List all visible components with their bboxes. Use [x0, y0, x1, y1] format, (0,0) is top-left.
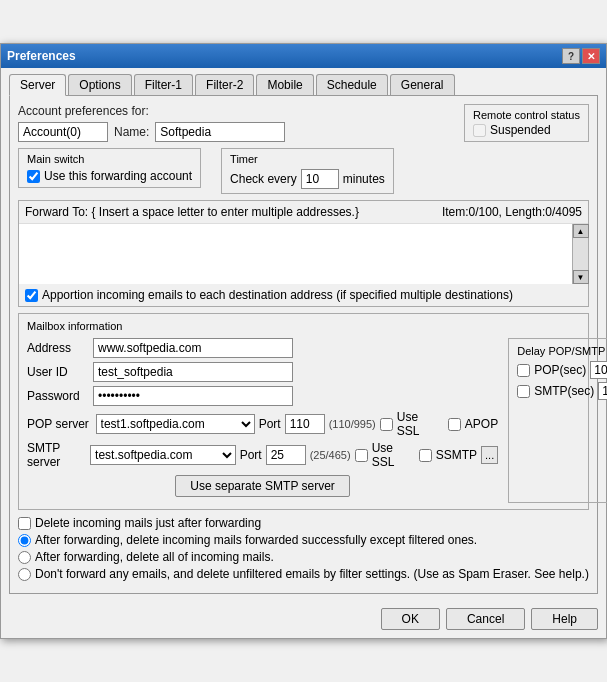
pop-use-ssl-checkbox[interactable] [380, 418, 393, 431]
smtp-port-label: Port [240, 448, 262, 462]
radio-option-1[interactable] [18, 534, 31, 547]
smtp-delay-input[interactable] [598, 382, 607, 400]
suspended-label: Suspended [490, 123, 551, 137]
apop-checkbox[interactable] [448, 418, 461, 431]
timer-value-input[interactable] [301, 169, 339, 189]
pop-port-input[interactable] [285, 414, 325, 434]
name-label: Name: [114, 125, 149, 139]
pop-delay-input[interactable] [590, 361, 607, 379]
tab-options[interactable]: Options [68, 74, 131, 95]
tab-content-server: Account preferences for: Name: Remote co… [9, 95, 598, 594]
password-input[interactable] [93, 386, 293, 406]
radio-option-3[interactable] [18, 568, 31, 581]
smtp-server-select[interactable]: test.softpedia.com [90, 445, 236, 465]
mailbox-section: Mailbox information Address User ID [18, 313, 589, 510]
smtp-delay-row: SMTP(sec) [517, 382, 607, 400]
radio-option-2[interactable] [18, 551, 31, 564]
preferences-window: Preferences ? ✕ Server Options Filter-1 … [0, 43, 607, 639]
cancel-button[interactable]: Cancel [446, 608, 525, 630]
separate-smtp-button[interactable]: Use separate SMTP server [175, 475, 350, 497]
name-input[interactable] [155, 122, 285, 142]
forward-to-header: Forward To: { Insert a space letter to e… [19, 201, 588, 224]
radio-option-1-row: After forwarding, delete incoming mails … [18, 533, 589, 547]
radio-option-1-label: After forwarding, delete incoming mails … [35, 533, 477, 547]
apportion-label: Apportion incoming emails to each destin… [42, 288, 513, 302]
tab-schedule[interactable]: Schedule [316, 74, 388, 95]
mailbox-grid: Address User ID Password [27, 338, 580, 503]
forward-to-label: Forward To: { Insert a space letter to e… [25, 205, 359, 219]
tab-mobile[interactable]: Mobile [256, 74, 313, 95]
userid-label: User ID [27, 365, 87, 379]
main-switch-box: Main switch Use this forwarding account [18, 148, 201, 188]
delete-incoming-row: Delete incoming mails just after forward… [18, 516, 589, 530]
tab-filter1[interactable]: Filter-1 [134, 74, 193, 95]
delete-incoming-label: Delete incoming mails just after forward… [35, 516, 261, 530]
delete-incoming-checkbox[interactable] [18, 517, 31, 530]
pop-delay-row: POP(sec) [517, 361, 607, 379]
forward-scrollbar: ▲ ▼ [572, 224, 588, 284]
check-every-label: Check every [230, 172, 297, 186]
radio-option-2-label: After forwarding, delete all of incoming… [35, 550, 274, 564]
userid-row: User ID [27, 362, 498, 382]
apportion-checkbox[interactable] [25, 289, 38, 302]
smtp-server-row: SMTP server test.softpedia.com Port (25/… [27, 441, 498, 469]
smtp-delay-checkbox[interactable] [517, 385, 530, 398]
pop-port-label: Port [259, 417, 281, 431]
ssmtp-checkbox[interactable] [419, 449, 432, 462]
help-footer-button[interactable]: Help [531, 608, 598, 630]
apop-label: APOP [465, 417, 498, 431]
pop-delay-checkbox[interactable] [517, 364, 530, 377]
pop-server-row: POP server test1.softpedia.com Port (110… [27, 410, 498, 438]
remote-control-box: Remote control status Suspended [464, 104, 589, 142]
delay-auth-box: Delay POP/SMTP Authentication POP(sec) S… [508, 338, 607, 503]
smtp-delay-label: SMTP(sec) [534, 384, 594, 398]
pop-server-select[interactable]: test1.softpedia.com [96, 414, 255, 434]
main-switch-title: Main switch [27, 153, 192, 165]
mailbox-title: Mailbox information [27, 320, 580, 332]
forward-textarea-wrapper [19, 224, 572, 284]
pop-use-ssl-label: Use SSL [397, 410, 444, 438]
timer-unit-label: minutes [343, 172, 385, 186]
footer: OK Cancel Help [1, 602, 606, 638]
mailbox-left: Address User ID Password [27, 338, 498, 503]
radio-option-2-row: After forwarding, delete all of incoming… [18, 550, 589, 564]
forward-to-textarea[interactable] [19, 224, 572, 284]
tab-filter2[interactable]: Filter-2 [195, 74, 254, 95]
pop-server-label: POP server [27, 417, 92, 431]
ok-button[interactable]: OK [381, 608, 440, 630]
scroll-down-button[interactable]: ▼ [573, 270, 589, 284]
password-row: Password [27, 386, 498, 406]
suspended-checkbox[interactable] [473, 124, 486, 137]
address-row: Address [27, 338, 498, 358]
help-button[interactable]: ? [562, 48, 580, 64]
title-bar: Preferences ? ✕ [1, 44, 606, 68]
smtp-dots-button[interactable]: ... [481, 446, 498, 464]
remote-control-label: Remote control status [473, 109, 580, 121]
smtp-port-hint: (25/465) [310, 449, 351, 461]
delay-auth-title: Delay POP/SMTP Authentication [517, 345, 607, 357]
userid-input[interactable] [93, 362, 293, 382]
smtp-use-ssl-checkbox[interactable] [355, 449, 368, 462]
forward-to-scroll-area: ▲ ▼ [19, 224, 588, 284]
address-label: Address [27, 341, 87, 355]
address-input[interactable] [93, 338, 293, 358]
apportion-row: Apportion incoming emails to each destin… [19, 284, 588, 306]
tab-server[interactable]: Server [9, 74, 66, 96]
delete-options-section: Delete incoming mails just after forward… [18, 516, 589, 581]
forward-to-section: Forward To: { Insert a space letter to e… [18, 200, 589, 307]
smtp-port-input[interactable] [266, 445, 306, 465]
close-button[interactable]: ✕ [582, 48, 600, 64]
account-prefs-label: Account preferences for: [18, 104, 456, 118]
smtp-server-label: SMTP server [27, 441, 86, 469]
main-content: Server Options Filter-1 Filter-2 Mobile … [1, 68, 606, 602]
account-input[interactable] [18, 122, 108, 142]
password-label: Password [27, 389, 87, 403]
scroll-up-button[interactable]: ▲ [573, 224, 589, 238]
title-bar-buttons: ? ✕ [562, 48, 600, 64]
tab-general[interactable]: General [390, 74, 455, 95]
smtp-use-ssl-label: Use SSL [372, 441, 415, 469]
timer-box: Timer Check every minutes [221, 148, 394, 194]
pop-port-hint: (110/995) [329, 418, 376, 430]
pop-delay-label: POP(sec) [534, 363, 586, 377]
use-forwarding-checkbox[interactable] [27, 170, 40, 183]
